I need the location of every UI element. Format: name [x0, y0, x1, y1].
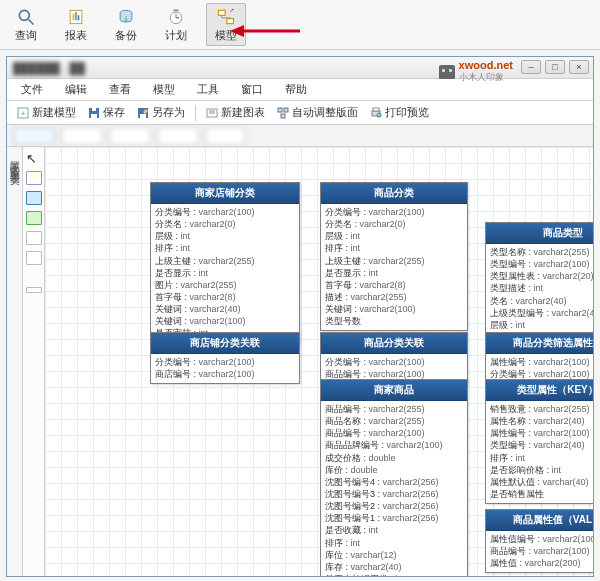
entity-header: 商家店铺分类	[151, 183, 299, 204]
entity-商品类型[interactable]: 商品类型类型名称 : varchar2(255)类型编号 : varchar2(…	[485, 222, 593, 335]
entity-column: 销售致意 : varchar2(255)	[490, 403, 593, 415]
entity-column: 类型编号 : varchar2(40)	[490, 439, 593, 451]
backup-tool[interactable]: 备份	[106, 3, 146, 46]
entity-column: 属性名称 : varchar2(40)	[490, 415, 593, 427]
plan-tool[interactable]: 计划	[156, 3, 196, 46]
robot-icon	[439, 65, 455, 79]
menu-窗口[interactable]: 窗口	[231, 80, 273, 99]
entity-类型属性（KEY）集[interactable]: 类型属性（KEY）集销售致意 : varchar2(255)属性名称 : var…	[485, 379, 593, 504]
pointer-tool-icon[interactable]: ↖	[26, 151, 42, 165]
svg-marker-15	[230, 25, 244, 37]
diagram-canvas[interactable]: 商家店铺分类分类编号 : varchar2(100)分类名 : varchar2…	[45, 147, 593, 576]
entity-column: 商品编号 : varchar2(100)	[325, 427, 463, 439]
menu-模型[interactable]: 模型	[143, 80, 185, 99]
entity-column: 层级 : int	[490, 319, 593, 331]
window-minimize[interactable]: –	[521, 60, 541, 74]
entity-header: 类型属性（KEY）集	[486, 380, 593, 401]
entity-column: 排序 : int	[490, 452, 593, 464]
secondary-toolbar: +新建模型保存另存为新建图表自动调整版面打印预览	[7, 101, 593, 125]
newdiag-button[interactable]: 新建图表	[200, 103, 271, 122]
svg-rect-22	[140, 114, 146, 118]
line-tool-icon[interactable]	[26, 287, 42, 293]
entity-商家商品[interactable]: 商家商品商品编号 : varchar2(255)商品名称 : varchar2(…	[320, 379, 468, 576]
window-close[interactable]: ×	[569, 60, 589, 74]
entity-column: 沈图号编号1 : varchar2(256)	[325, 512, 463, 524]
entity-column: 分类编号 : varchar2(100)	[155, 356, 295, 368]
entity-column: 类名 : varchar2(40)	[490, 295, 593, 307]
menu-编辑[interactable]: 编辑	[55, 80, 97, 99]
menu-帮助[interactable]: 帮助	[275, 80, 317, 99]
shape-tool-icon[interactable]	[26, 251, 42, 265]
diagram-tabstrip	[7, 125, 593, 147]
entity-column: 商品品牌编号 : varchar2(100)	[325, 439, 463, 451]
entity-tool-icon[interactable]	[26, 171, 42, 185]
save-button[interactable]: 保存	[82, 103, 131, 122]
entity-商品属性值（VAL）集[interactable]: 商品属性值（VAL）集属性值编号 : varchar2(100)商品编号 : v…	[485, 509, 593, 573]
saveas-button[interactable]: 另存为	[131, 103, 191, 122]
vertical-tab[interactable]: 黑匣名富家印表类	[7, 147, 23, 576]
backup-icon	[116, 6, 136, 28]
autolayout-button[interactable]: 自动调整版面	[271, 103, 364, 122]
menu-工具[interactable]: 工具	[187, 80, 229, 99]
svg-rect-4	[75, 12, 77, 20]
entity-header: 商家商品	[321, 380, 467, 401]
diagram-tab[interactable]	[61, 127, 103, 145]
autolayout-icon	[277, 107, 289, 119]
note-tool-icon[interactable]	[26, 231, 42, 245]
entity-header: 商品属性值（VAL）集	[486, 510, 593, 531]
window-maximize[interactable]: □	[545, 60, 565, 74]
svg-rect-11	[219, 10, 226, 15]
saveas-icon	[137, 107, 149, 119]
entity-column: 类型属性表 : varchar2(20)	[490, 270, 593, 282]
svg-rect-19	[91, 114, 97, 118]
relation-tool-icon[interactable]	[26, 211, 42, 225]
entity-column: 商品名称 : varchar2(255)	[325, 415, 463, 427]
entity-column: 分类编号 : varchar2(100)	[155, 206, 295, 218]
entity-商品分类关联[interactable]: 商品分类关联分类编号 : varchar2(100)商品编号 : varchar…	[320, 332, 468, 384]
entity-column: 是否影响价格 : int	[490, 464, 593, 476]
entity-header: 商店铺分类关联	[151, 333, 299, 354]
entity-column: 属性值编号 : varchar2(100)	[490, 533, 593, 545]
menu-查看[interactable]: 查看	[99, 80, 141, 99]
entity-column: 类型名称 : varchar2(255)	[490, 246, 593, 258]
entity-商店铺分类关联[interactable]: 商店铺分类关联分类编号 : varchar2(100)商店编号 : varcha…	[150, 332, 300, 384]
entity-body: 销售致意 : varchar2(255)属性名称 : varchar2(40)属…	[486, 401, 593, 503]
entity-column: 商品编号 : varchar2(100)	[490, 545, 593, 557]
svg-rect-26	[278, 108, 282, 112]
svg-rect-30	[373, 108, 379, 111]
entity-column: 关键词 : varchar2(40)	[155, 303, 295, 315]
entity-column: 上级主键 : varchar2(255)	[155, 255, 295, 267]
entity-商品分类[interactable]: 商品分类分类编号 : varchar2(100)分类名 : varchar2(0…	[320, 182, 468, 331]
entity-column: 库价 : double	[325, 464, 463, 476]
view-tool-icon[interactable]	[26, 191, 42, 205]
diagram-tab[interactable]	[205, 127, 245, 145]
entity-column: 上级类型编号 : varchar2(40)	[490, 307, 593, 319]
entity-column: 沈图号编号4 : varchar2(256)	[325, 476, 463, 488]
entity-header: 商品分类筛选属性关联	[486, 333, 593, 354]
query-tool[interactable]: 查询	[6, 3, 46, 46]
window-titlebar: ██████ - ██ xwood.net 小木人印象 – □ ×	[7, 57, 593, 79]
plan-icon	[166, 6, 186, 28]
entity-column: 库存 : varchar2(40)	[325, 561, 463, 573]
window-buttons: – □ ×	[521, 60, 589, 74]
entity-column: 排序 : int	[325, 242, 463, 254]
entity-column: 关键词 : varchar2(100)	[325, 303, 463, 315]
entity-column: 是否支持抵用券 : int	[325, 573, 463, 576]
new-button[interactable]: +新建模型	[11, 103, 82, 122]
printprev-button[interactable]: 打印预览	[364, 103, 435, 122]
entity-column: 首字母 : varchar2(8)	[325, 279, 463, 291]
entity-column: 分类名 : varchar2(0)	[325, 218, 463, 230]
svg-rect-27	[284, 108, 288, 112]
svg-rect-28	[281, 114, 285, 118]
entity-商家店铺分类[interactable]: 商家店铺分类分类编号 : varchar2(100)分类名 : varchar2…	[150, 182, 300, 344]
query-icon	[16, 6, 36, 28]
entity-header: 商品分类	[321, 183, 467, 204]
diagram-tab[interactable]	[109, 127, 151, 145]
app-top-toolbar: 查询报表备份计划模型	[0, 0, 600, 50]
menu-文件[interactable]: 文件	[11, 80, 53, 99]
diagram-tab[interactable]	[13, 127, 55, 145]
diagram-tab[interactable]	[157, 127, 199, 145]
report-tool[interactable]: 报表	[56, 3, 96, 46]
entity-商品分类筛选属性关联[interactable]: 商品分类筛选属性关联属性编号 : varchar2(100)分类编号 : var…	[485, 332, 593, 384]
entity-column: 类型编号 : varchar2(100)	[490, 258, 593, 270]
